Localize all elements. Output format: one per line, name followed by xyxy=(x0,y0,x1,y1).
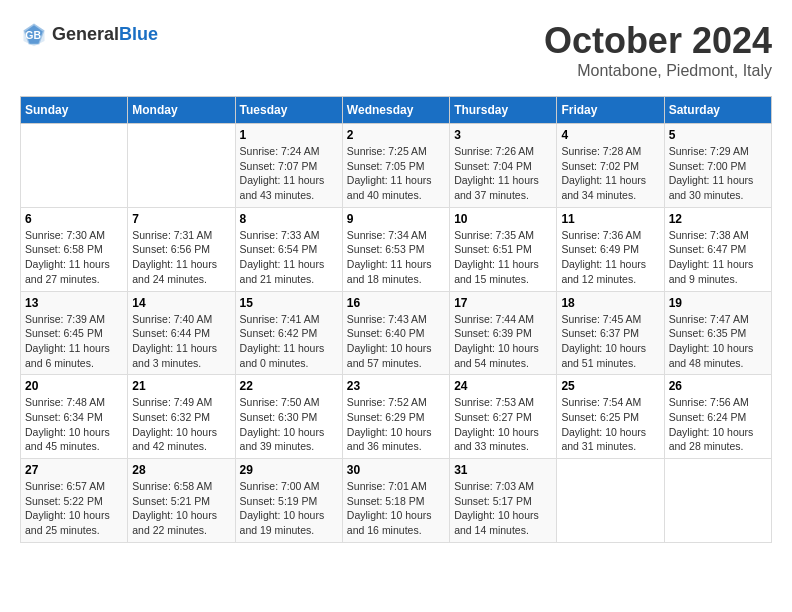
day-number: 27 xyxy=(25,463,123,477)
calendar-cell xyxy=(664,459,771,543)
logo-text: GeneralBlue xyxy=(52,24,158,45)
day-number: 20 xyxy=(25,379,123,393)
day-number: 18 xyxy=(561,296,659,310)
logo-blue: Blue xyxy=(119,24,158,44)
calendar-cell: 7Sunrise: 7:31 AMSunset: 6:56 PMDaylight… xyxy=(128,207,235,291)
calendar-cell: 1Sunrise: 7:24 AMSunset: 7:07 PMDaylight… xyxy=(235,124,342,208)
calendar-cell: 29Sunrise: 7:00 AMSunset: 5:19 PMDayligh… xyxy=(235,459,342,543)
calendar-cell: 5Sunrise: 7:29 AMSunset: 7:00 PMDaylight… xyxy=(664,124,771,208)
day-info: Sunrise: 7:33 AMSunset: 6:54 PMDaylight:… xyxy=(240,228,338,287)
day-info: Sunrise: 7:00 AMSunset: 5:19 PMDaylight:… xyxy=(240,479,338,538)
day-number: 6 xyxy=(25,212,123,226)
weekday-header: Sunday xyxy=(21,97,128,124)
weekday-header: Monday xyxy=(128,97,235,124)
day-number: 30 xyxy=(347,463,445,477)
day-number: 31 xyxy=(454,463,552,477)
day-number: 7 xyxy=(132,212,230,226)
day-info: Sunrise: 7:28 AMSunset: 7:02 PMDaylight:… xyxy=(561,144,659,203)
day-number: 17 xyxy=(454,296,552,310)
day-number: 16 xyxy=(347,296,445,310)
calendar-cell: 15Sunrise: 7:41 AMSunset: 6:42 PMDayligh… xyxy=(235,291,342,375)
page-header: GB GeneralBlue October 2024 Montabone, P… xyxy=(20,20,772,80)
day-number: 12 xyxy=(669,212,767,226)
day-number: 13 xyxy=(25,296,123,310)
day-number: 28 xyxy=(132,463,230,477)
calendar-cell: 9Sunrise: 7:34 AMSunset: 6:53 PMDaylight… xyxy=(342,207,449,291)
calendar-cell xyxy=(128,124,235,208)
day-number: 8 xyxy=(240,212,338,226)
day-info: Sunrise: 7:34 AMSunset: 6:53 PMDaylight:… xyxy=(347,228,445,287)
day-info: Sunrise: 7:29 AMSunset: 7:00 PMDaylight:… xyxy=(669,144,767,203)
day-number: 26 xyxy=(669,379,767,393)
calendar-cell: 20Sunrise: 7:48 AMSunset: 6:34 PMDayligh… xyxy=(21,375,128,459)
day-number: 11 xyxy=(561,212,659,226)
day-number: 23 xyxy=(347,379,445,393)
day-number: 2 xyxy=(347,128,445,142)
day-number: 4 xyxy=(561,128,659,142)
weekday-header: Friday xyxy=(557,97,664,124)
calendar-week-row: 13Sunrise: 7:39 AMSunset: 6:45 PMDayligh… xyxy=(21,291,772,375)
calendar-cell: 8Sunrise: 7:33 AMSunset: 6:54 PMDaylight… xyxy=(235,207,342,291)
day-info: Sunrise: 7:54 AMSunset: 6:25 PMDaylight:… xyxy=(561,395,659,454)
calendar-cell: 27Sunrise: 6:57 AMSunset: 5:22 PMDayligh… xyxy=(21,459,128,543)
calendar-cell: 13Sunrise: 7:39 AMSunset: 6:45 PMDayligh… xyxy=(21,291,128,375)
day-number: 21 xyxy=(132,379,230,393)
calendar-cell: 18Sunrise: 7:45 AMSunset: 6:37 PMDayligh… xyxy=(557,291,664,375)
logo-icon: GB xyxy=(20,20,48,48)
day-info: Sunrise: 7:24 AMSunset: 7:07 PMDaylight:… xyxy=(240,144,338,203)
day-info: Sunrise: 7:38 AMSunset: 6:47 PMDaylight:… xyxy=(669,228,767,287)
calendar-cell: 17Sunrise: 7:44 AMSunset: 6:39 PMDayligh… xyxy=(450,291,557,375)
day-info: Sunrise: 7:44 AMSunset: 6:39 PMDaylight:… xyxy=(454,312,552,371)
title-block: October 2024 Montabone, Piedmont, Italy xyxy=(544,20,772,80)
day-number: 10 xyxy=(454,212,552,226)
logo: GB GeneralBlue xyxy=(20,20,158,48)
day-info: Sunrise: 6:57 AMSunset: 5:22 PMDaylight:… xyxy=(25,479,123,538)
day-info: Sunrise: 7:53 AMSunset: 6:27 PMDaylight:… xyxy=(454,395,552,454)
calendar-week-row: 27Sunrise: 6:57 AMSunset: 5:22 PMDayligh… xyxy=(21,459,772,543)
calendar-cell: 4Sunrise: 7:28 AMSunset: 7:02 PMDaylight… xyxy=(557,124,664,208)
calendar-cell: 30Sunrise: 7:01 AMSunset: 5:18 PMDayligh… xyxy=(342,459,449,543)
day-number: 15 xyxy=(240,296,338,310)
location-title: Montabone, Piedmont, Italy xyxy=(544,62,772,80)
day-info: Sunrise: 7:43 AMSunset: 6:40 PMDaylight:… xyxy=(347,312,445,371)
weekday-header-row: SundayMondayTuesdayWednesdayThursdayFrid… xyxy=(21,97,772,124)
calendar-cell: 28Sunrise: 6:58 AMSunset: 5:21 PMDayligh… xyxy=(128,459,235,543)
day-info: Sunrise: 7:26 AMSunset: 7:04 PMDaylight:… xyxy=(454,144,552,203)
calendar-cell: 31Sunrise: 7:03 AMSunset: 5:17 PMDayligh… xyxy=(450,459,557,543)
day-number: 22 xyxy=(240,379,338,393)
day-info: Sunrise: 7:49 AMSunset: 6:32 PMDaylight:… xyxy=(132,395,230,454)
day-number: 5 xyxy=(669,128,767,142)
calendar-cell: 26Sunrise: 7:56 AMSunset: 6:24 PMDayligh… xyxy=(664,375,771,459)
day-info: Sunrise: 7:36 AMSunset: 6:49 PMDaylight:… xyxy=(561,228,659,287)
calendar-cell: 22Sunrise: 7:50 AMSunset: 6:30 PMDayligh… xyxy=(235,375,342,459)
day-number: 24 xyxy=(454,379,552,393)
weekday-header: Saturday xyxy=(664,97,771,124)
calendar-cell: 16Sunrise: 7:43 AMSunset: 6:40 PMDayligh… xyxy=(342,291,449,375)
weekday-header: Tuesday xyxy=(235,97,342,124)
calendar-cell: 11Sunrise: 7:36 AMSunset: 6:49 PMDayligh… xyxy=(557,207,664,291)
day-number: 1 xyxy=(240,128,338,142)
calendar-cell: 3Sunrise: 7:26 AMSunset: 7:04 PMDaylight… xyxy=(450,124,557,208)
calendar-week-row: 20Sunrise: 7:48 AMSunset: 6:34 PMDayligh… xyxy=(21,375,772,459)
day-info: Sunrise: 7:35 AMSunset: 6:51 PMDaylight:… xyxy=(454,228,552,287)
calendar-cell: 24Sunrise: 7:53 AMSunset: 6:27 PMDayligh… xyxy=(450,375,557,459)
calendar-cell: 10Sunrise: 7:35 AMSunset: 6:51 PMDayligh… xyxy=(450,207,557,291)
day-number: 25 xyxy=(561,379,659,393)
svg-text:GB: GB xyxy=(25,29,41,41)
day-info: Sunrise: 7:01 AMSunset: 5:18 PMDaylight:… xyxy=(347,479,445,538)
day-info: Sunrise: 6:58 AMSunset: 5:21 PMDaylight:… xyxy=(132,479,230,538)
calendar-cell: 19Sunrise: 7:47 AMSunset: 6:35 PMDayligh… xyxy=(664,291,771,375)
calendar-table: SundayMondayTuesdayWednesdayThursdayFrid… xyxy=(20,96,772,543)
calendar-cell: 6Sunrise: 7:30 AMSunset: 6:58 PMDaylight… xyxy=(21,207,128,291)
calendar-cell xyxy=(21,124,128,208)
day-info: Sunrise: 7:48 AMSunset: 6:34 PMDaylight:… xyxy=(25,395,123,454)
weekday-header: Wednesday xyxy=(342,97,449,124)
calendar-cell: 23Sunrise: 7:52 AMSunset: 6:29 PMDayligh… xyxy=(342,375,449,459)
day-info: Sunrise: 7:45 AMSunset: 6:37 PMDaylight:… xyxy=(561,312,659,371)
day-info: Sunrise: 7:52 AMSunset: 6:29 PMDaylight:… xyxy=(347,395,445,454)
day-info: Sunrise: 7:41 AMSunset: 6:42 PMDaylight:… xyxy=(240,312,338,371)
day-number: 29 xyxy=(240,463,338,477)
day-info: Sunrise: 7:50 AMSunset: 6:30 PMDaylight:… xyxy=(240,395,338,454)
day-number: 9 xyxy=(347,212,445,226)
day-info: Sunrise: 7:40 AMSunset: 6:44 PMDaylight:… xyxy=(132,312,230,371)
